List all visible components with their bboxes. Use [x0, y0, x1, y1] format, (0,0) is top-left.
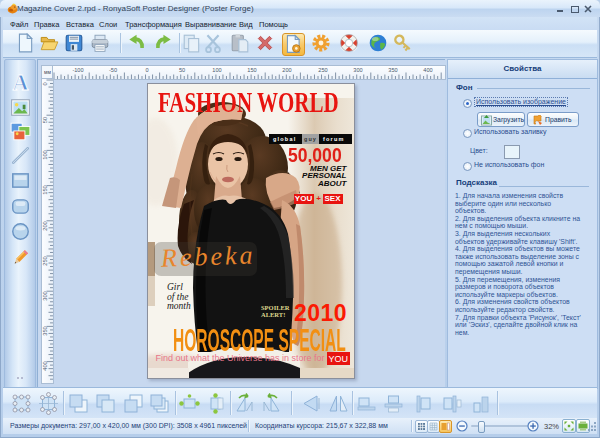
svg-text:A: A: [13, 72, 29, 93]
